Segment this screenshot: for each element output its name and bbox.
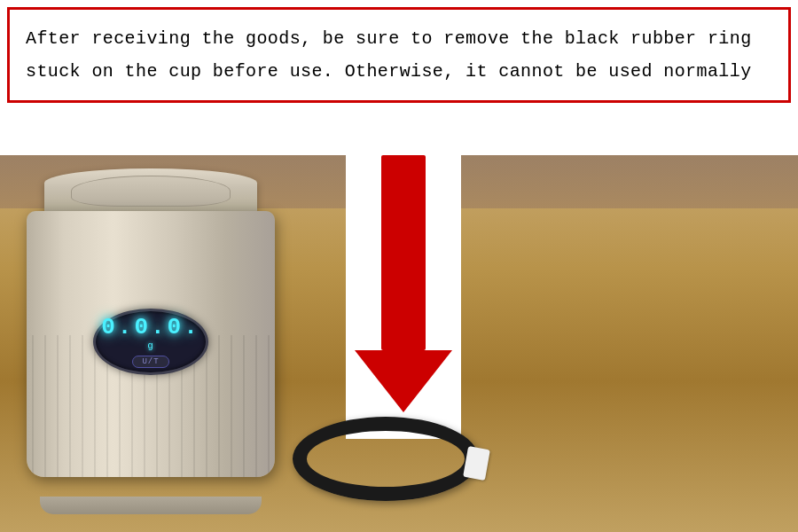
rubber-ring xyxy=(293,417,479,501)
digital-display: 0.0.0. g U/T xyxy=(93,309,208,375)
notice-box: After receiving the goods, be sure to re… xyxy=(7,7,791,103)
display-unit: g xyxy=(147,340,154,351)
cup-lid-inner xyxy=(71,176,231,207)
coffee-scale-cup: 0.0.0. g U/T xyxy=(27,168,275,514)
notice-text: After receiving the goods, be sure to re… xyxy=(26,22,772,88)
ut-button: U/T xyxy=(132,356,168,368)
ring-tag xyxy=(463,446,490,481)
arrow-shaft xyxy=(381,155,426,350)
product-image-area: 0.0.0. g U/T xyxy=(0,155,798,532)
rubber-ring-container xyxy=(275,399,514,514)
cup-base xyxy=(40,497,262,514)
display-digits: 0.0.0. xyxy=(101,316,200,339)
page-container: After receiving the goods, be sure to re… xyxy=(0,0,798,532)
arrow-head xyxy=(355,350,452,412)
down-arrow xyxy=(355,155,452,412)
cup-body: 0.0.0. g U/T xyxy=(27,211,275,477)
cup-lid xyxy=(44,168,257,217)
